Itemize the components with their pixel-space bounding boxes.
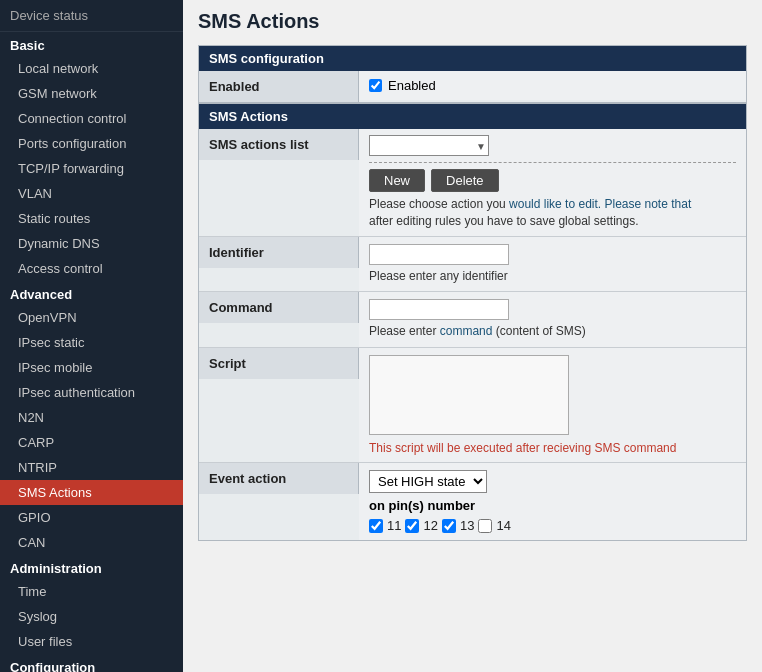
sidebar: Device status BasicLocal networkGSM netw… (0, 0, 183, 672)
identifier-value: Please enter any identifier (359, 237, 746, 292)
event-action-row: Event action Set HIGH state Set LOW stat… (199, 463, 746, 540)
sidebar-item-ipsec-mobile[interactable]: IPsec mobile (0, 355, 183, 380)
help-highlight-would: would like to edit. Please note that (509, 197, 691, 211)
sms-actions-select[interactable] (369, 135, 489, 156)
sms-actions-header: SMS Actions (199, 104, 746, 129)
enabled-value: Enabled (359, 71, 746, 100)
enabled-checkbox[interactable] (369, 79, 382, 92)
pin-number-label-row: on pin(s) number (369, 498, 736, 513)
sidebar-item-access-control[interactable]: Access control (0, 256, 183, 281)
pin-checkbox-11[interactable] (369, 519, 383, 533)
sms-actions-select-wrapper: ▼ (369, 135, 489, 156)
script-textarea[interactable] (369, 355, 569, 435)
command-help-text2: (content of SMS) (492, 324, 585, 338)
page-title: SMS Actions (198, 10, 747, 33)
sidebar-item-openvpn[interactable]: OpenVPN (0, 305, 183, 330)
command-row: Command Please enter command (content of… (199, 292, 746, 348)
pin-label: on pin(s) number (369, 498, 475, 513)
pin-label-14: 14 (496, 518, 510, 533)
sidebar-item-vlan[interactable]: VLAN (0, 181, 183, 206)
event-action-select[interactable]: Set HIGH state Set LOW state Toggle Puls… (369, 470, 487, 493)
sidebar-item-can[interactable]: CAN (0, 530, 183, 555)
identifier-input[interactable] (369, 244, 509, 265)
sms-actions-list-label: SMS actions list (199, 129, 359, 160)
sidebar-item-ipsec-static[interactable]: IPsec static (0, 330, 183, 355)
pin-checkboxes-row: 11121314 (369, 518, 736, 533)
sidebar-section-configuration: Configuration (0, 654, 183, 672)
sidebar-item-gsm-network[interactable]: GSM network (0, 81, 183, 106)
dashed-separator (369, 162, 736, 163)
command-input[interactable] (369, 299, 509, 320)
identifier-label: Identifier (199, 237, 359, 268)
new-delete-btn-row: New Delete (369, 169, 736, 192)
actions-list-help: Please choose action you would like to e… (369, 196, 736, 230)
sidebar-item-time[interactable]: Time (0, 579, 183, 604)
sidebar-device-status[interactable]: Device status (0, 0, 183, 32)
help-text-part1: Please choose action you (369, 197, 509, 211)
sms-actions-list-row: SMS actions list ▼ New Delete Please cho… (199, 129, 746, 237)
identifier-row: Identifier Please enter any identifier (199, 237, 746, 293)
delete-button[interactable]: Delete (431, 169, 499, 192)
sidebar-item-connection-control[interactable]: Connection control (0, 106, 183, 131)
sidebar-section-advanced: Advanced (0, 281, 183, 305)
pin-checkbox-14[interactable] (478, 519, 492, 533)
command-help-text1: Please enter (369, 324, 440, 338)
sms-configuration-header: SMS configuration (199, 46, 746, 71)
sidebar-item-tcp/ip-forwarding[interactable]: TCP/IP forwarding (0, 156, 183, 181)
sidebar-item-n2n[interactable]: N2N (0, 405, 183, 430)
command-help-highlight: command (440, 324, 493, 338)
script-help: This script will be executed after recie… (369, 441, 736, 455)
sidebar-section-administration: Administration (0, 555, 183, 579)
pin-label-11: 11 (387, 518, 401, 533)
sidebar-item-carp[interactable]: CARP (0, 430, 183, 455)
sidebar-item-gpio[interactable]: GPIO (0, 505, 183, 530)
sms-actions-section: SMS Actions SMS actions list ▼ New Delet… (198, 103, 747, 541)
event-select-row: Set HIGH state Set LOW state Toggle Puls… (369, 470, 736, 493)
sidebar-item-static-routes[interactable]: Static routes (0, 206, 183, 231)
command-value: Please enter command (content of SMS) (359, 292, 746, 347)
enabled-row: Enabled Enabled (199, 71, 746, 102)
sidebar-item-ipsec-authentication[interactable]: IPsec authentication (0, 380, 183, 405)
sidebar-item-syslog[interactable]: Syslog (0, 604, 183, 629)
sidebar-item-ntrip[interactable]: NTRIP (0, 455, 183, 480)
sidebar-section-basic: Basic (0, 32, 183, 56)
command-label: Command (199, 292, 359, 323)
event-action-value: Set HIGH state Set LOW state Toggle Puls… (359, 463, 746, 540)
sms-configuration-section: SMS configuration Enabled Enabled (198, 45, 747, 103)
sidebar-item-dynamic-dns[interactable]: Dynamic DNS (0, 231, 183, 256)
script-label: Script (199, 348, 359, 379)
pin-checkbox-12[interactable] (405, 519, 419, 533)
sidebar-item-local-network[interactable]: Local network (0, 56, 183, 81)
pin-label-12: 12 (423, 518, 437, 533)
pin-label-13: 13 (460, 518, 474, 533)
identifier-help: Please enter any identifier (369, 268, 736, 285)
new-button[interactable]: New (369, 169, 425, 192)
command-help: Please enter command (content of SMS) (369, 323, 736, 340)
script-value: This script will be executed after recie… (359, 348, 746, 462)
sidebar-item-user-files[interactable]: User files (0, 629, 183, 654)
sidebar-item-ports-configuration[interactable]: Ports configuration (0, 131, 183, 156)
event-action-label: Event action (199, 463, 359, 494)
main-content: SMS Actions SMS configuration Enabled En… (183, 0, 762, 672)
help-text-part2: after editing rules you have to save glo… (369, 214, 639, 228)
sidebar-item-sms-actions[interactable]: SMS Actions (0, 480, 183, 505)
enabled-label: Enabled (199, 71, 359, 102)
sms-actions-list-value: ▼ New Delete Please choose action you wo… (359, 129, 746, 236)
enabled-text: Enabled (388, 78, 436, 93)
pin-checkbox-13[interactable] (442, 519, 456, 533)
script-row: Script This script will be executed afte… (199, 348, 746, 463)
